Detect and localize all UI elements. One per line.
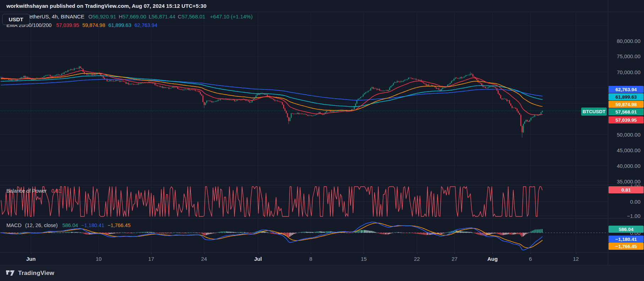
time-tick-mark	[455, 253, 455, 254]
bop-pane-canvas[interactable]	[0, 185, 607, 218]
ema-values: 57,039.9559,874.9861,899.6362,763.94	[53, 22, 157, 28]
ema-value: 59,874.98	[82, 22, 105, 28]
macd-values: 586.04−1,180.41−1,766.45	[59, 222, 131, 228]
ema-value: 57,039.95	[56, 22, 79, 28]
macd-value: −1,766.45	[108, 222, 131, 228]
time-tick-label: Jun	[26, 256, 36, 262]
separator-top	[0, 12, 644, 12]
macd-legend-title: MACD	[6, 222, 22, 228]
ohlc-value: 57,568.01	[182, 13, 205, 20]
last-price-symbol-marker: BTCUSDT	[581, 108, 607, 116]
price-tick-label: 75,000.00	[617, 53, 640, 59]
separator-bop-macd[interactable]	[0, 218, 644, 219]
time-tick-label: 8	[309, 256, 312, 262]
time-tick-mark	[258, 253, 258, 254]
bop-legend: Balance of Power 0.81	[6, 188, 61, 194]
macd-legend-params: (12, 26, close)	[25, 222, 58, 228]
time-tick-mark	[492, 253, 493, 254]
price-tick-label: 80,000.00	[617, 38, 640, 44]
ohlc-value: 56,920.91	[93, 13, 116, 20]
separator-main-bop[interactable]	[0, 185, 644, 185]
time-tick-mark	[417, 253, 417, 254]
publisher-bar: workwithshayan published on TradingView.…	[0, 0, 644, 12]
macd-value: −1,180.41	[81, 222, 104, 228]
price-axis-badge: 586.04	[609, 226, 644, 233]
ema-value: 62,763.94	[134, 22, 158, 28]
currency-toggle-button[interactable]: USDT	[2, 14, 30, 25]
price-axis-badge: 57,568.01	[609, 108, 644, 115]
price-tick-label: 70,000.00	[617, 69, 640, 75]
time-tick-label: 12	[573, 256, 579, 262]
time-axis[interactable]: Jun101724Jul8152227Aug612	[0, 253, 607, 265]
time-tick-mark	[364, 253, 364, 254]
price-axis-badge: 62,763.94	[609, 86, 644, 93]
symbol-legend: Bitcoin / TetherUS, 4h, BINANCE O56,920.…	[6, 13, 253, 20]
publisher-line: workwithshayan published on TradingView.…	[6, 3, 207, 9]
time-tick-label: 10	[96, 256, 102, 262]
ohlc-label: O	[88, 13, 93, 20]
price-tick-label: 45,000.00	[617, 147, 640, 153]
footer-bar: TradingView	[0, 265, 644, 281]
time-tick-mark	[530, 253, 531, 254]
price-axis-badge: 61,899.63	[609, 93, 644, 100]
ohlc-legend: O56,920.91H57,669.00L56,871.44C57,568.01	[86, 13, 205, 20]
time-tick-mark	[151, 253, 152, 254]
time-tick-label: 6	[529, 256, 532, 262]
time-tick-mark	[31, 253, 31, 254]
price-axis-badge: 0.81	[609, 186, 644, 193]
separator-macd-axis	[0, 252, 644, 253]
time-tick-mark	[576, 253, 576, 254]
bop-legend-title: Balance of Power	[6, 188, 47, 194]
price-tick-label: −1.00	[627, 213, 640, 219]
ohlc-label: H	[119, 13, 122, 20]
time-tick-label: 15	[361, 256, 367, 262]
price-axis-badge: 57,039.95	[609, 116, 644, 123]
time-tick-label: 22	[414, 256, 420, 262]
price-axis-badge: −1,766.45	[609, 243, 644, 250]
macd-value: 586.04	[62, 222, 78, 228]
time-tick-mark	[311, 253, 311, 254]
time-tick-label: Aug	[487, 256, 497, 262]
time-tick-label: Jul	[254, 256, 262, 262]
price-axis-badge: −1,180.41	[609, 236, 644, 243]
price-tick-label: 0.00	[630, 199, 640, 205]
time-tick-label: 17	[148, 256, 154, 262]
tradingview-snapshot: workwithshayan published on TradingView.…	[0, 0, 644, 281]
macd-legend: MACD (12, 26, close) 586.04−1,180.41−1,7…	[6, 222, 131, 228]
time-tick-mark	[99, 253, 99, 254]
time-tick-mark	[204, 253, 204, 254]
tradingview-logo-icon[interactable]	[6, 269, 15, 277]
ema-value: 61,899.63	[108, 22, 131, 28]
price-axis[interactable]: 80,000.0075,000.0070,000.0065,000.0060,0…	[608, 0, 644, 265]
bop-value: 0.81	[51, 188, 61, 194]
ohlc-value: 56,871.44	[152, 13, 175, 20]
ohlc-label: C	[178, 13, 182, 20]
price-pane-canvas[interactable]	[0, 12, 607, 185]
ohlc-value: 57,669.00	[122, 13, 146, 20]
change-value: +647.10 (+1.14%)	[210, 13, 253, 20]
tradingview-brand-text[interactable]: TradingView	[18, 270, 54, 277]
price-axis-badge: 59,874.98	[609, 101, 644, 108]
time-tick-label: 27	[452, 256, 458, 262]
time-tick-label: 24	[201, 256, 207, 262]
price-tick-label: 50,000.00	[617, 132, 640, 138]
price-tick-label: 40,000.00	[617, 163, 640, 169]
